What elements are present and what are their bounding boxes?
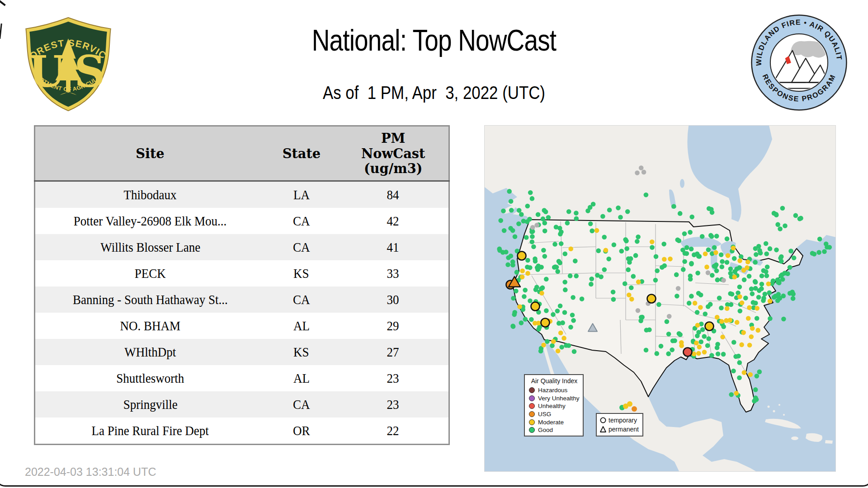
state-cell: LA — [265, 181, 338, 208]
legend-item-label: Moderate — [538, 419, 564, 426]
moderate-dot-icon — [529, 419, 535, 425]
state-cell: KS — [265, 260, 338, 286]
image-frame-border — [0, 465, 868, 487]
value-cell: 23 — [338, 365, 449, 391]
shape-legend: temporary permanent — [596, 413, 643, 436]
table-header-row: Site State PM NowCast (ug/m3) — [35, 126, 449, 181]
temporary-label: temporary — [609, 417, 637, 424]
value-cell: 22 — [338, 418, 449, 445]
unhealthy-temporary-marker — [684, 348, 692, 357]
state-cell: CA — [265, 391, 338, 418]
page-subtitle: As of 1 PM, Apr 3, 2022 (UTC) — [65, 82, 803, 103]
site-cell: PECK — [35, 260, 265, 286]
value-cell: 23 — [338, 391, 449, 418]
state-cell: AL — [265, 313, 338, 339]
frame-corner-mark — [0, 0, 6, 6]
puerto-rico — [825, 440, 833, 444]
legend-item-label: Unhealthy — [538, 403, 566, 409]
legend-item: Hazardous — [529, 386, 580, 394]
value-cell: 84 — [338, 181, 449, 208]
svg-text:S: S — [74, 47, 105, 97]
air-quality-map: Air Quality Index HazardousVery Unhealth… — [484, 125, 836, 472]
site-cell: Shuttlesworth — [35, 365, 265, 391]
state-cell: AL — [265, 365, 338, 391]
site-cell: Springville — [35, 391, 265, 418]
value-cell: 33 — [338, 260, 449, 286]
table-row: Banning - South Hathaway St...CA30 — [35, 286, 449, 313]
permanent-triangle-icon — [599, 426, 607, 433]
table-row: NO. BHAMAL29 — [35, 313, 449, 339]
moderate-temporary-marker — [647, 295, 656, 303]
moderate-temporary-marker — [705, 322, 714, 331]
table-row: ShuttlesworthAL23 — [35, 365, 449, 391]
legend-item: Very Unhealthy — [529, 394, 580, 403]
state-cell: CA — [265, 286, 338, 313]
legend-item: USG — [529, 410, 580, 418]
col-header-pm-nowcast: PM NowCast (ug/m3) — [338, 126, 449, 181]
state-cell: CA — [265, 208, 338, 234]
table-row: PECKKS33 — [35, 260, 449, 286]
jamaica — [791, 436, 798, 440]
legend-item: Good — [529, 426, 580, 434]
forest-service-logo: FOREST SERVICE DEPARTMENT OF AGRICULTURE… — [20, 16, 116, 112]
legend-item: Unhealthy — [529, 402, 580, 410]
site-cell: Banning - South Hathaway St... — [35, 286, 265, 313]
moderate-temporary-marker — [531, 302, 540, 311]
value-cell: 41 — [338, 234, 449, 260]
usg-dot-icon — [529, 411, 535, 417]
state-cell: CA — [265, 234, 338, 260]
site-cell: La Pine Rural Fire Dept — [35, 418, 265, 445]
table-row: La Pine Rural Fire DeptOR22 — [35, 418, 449, 445]
forest-service-shield-icon: FOREST SERVICE DEPARTMENT OF AGRICULTURE… — [20, 16, 116, 112]
very_unhealthy-dot-icon — [529, 395, 535, 401]
aqi-legend: Air Quality Index HazardousVery Unhealth… — [524, 374, 584, 436]
top-nowcast-table: Site State PM NowCast (ug/m3) ThibodauxL… — [34, 125, 450, 445]
value-cell: 27 — [338, 339, 449, 365]
value-cell: 30 — [338, 286, 449, 313]
state-cell: OR — [265, 418, 338, 445]
legend-item-label: USG — [538, 411, 551, 418]
legend-item: Moderate — [529, 418, 580, 426]
table-row: WHlthDptKS27 — [35, 339, 449, 365]
hazardous-dot-icon — [529, 387, 535, 393]
col-header-site: Site — [35, 126, 265, 181]
site-cell: WHlthDpt — [35, 339, 265, 365]
wfaqrp-seal-icon: WILDLAND FIRE • AIR QUALITY RESPONSE PRO… — [750, 14, 848, 111]
good-dot-icon — [529, 427, 535, 433]
table-row: ThibodauxLA84 — [35, 181, 449, 208]
value-cell: 29 — [338, 313, 449, 339]
unhealthy-dot-icon — [529, 403, 535, 409]
table-row: Potter Valley-26908 Elk Mou...CA42 — [35, 208, 449, 234]
permanent-label: permanent — [609, 426, 639, 433]
site-cell: Thibodaux — [35, 181, 265, 208]
aqi-legend-title: Air Quality Index — [529, 377, 580, 385]
wfaqrp-logo: WILDLAND FIRE • AIR QUALITY RESPONSE PRO… — [750, 14, 848, 111]
value-cell: 42 — [338, 208, 449, 234]
page-title: National: Top NowCast — [78, 23, 790, 57]
frame-edge-mark — [0, 23, 2, 39]
site-cell: Willits Blosser Lane — [35, 234, 265, 260]
temporary-circle-icon — [599, 417, 607, 424]
col-header-state: State — [265, 126, 338, 181]
legend-item-label: Good — [538, 427, 553, 433]
moderate-temporary-marker — [541, 319, 550, 327]
table-row: SpringvilleCA23 — [35, 391, 449, 418]
legend-item-label: Very Unhealthy — [538, 395, 580, 402]
site-cell: Potter Valley-26908 Elk Mou... — [35, 208, 265, 234]
moderate-temporary-marker — [518, 252, 526, 260]
site-cell: NO. BHAM — [35, 313, 265, 339]
state-cell: KS — [265, 339, 338, 365]
legend-item-label: Hazardous — [538, 387, 567, 394]
table-row: Willits Blosser LaneCA41 — [35, 234, 449, 260]
